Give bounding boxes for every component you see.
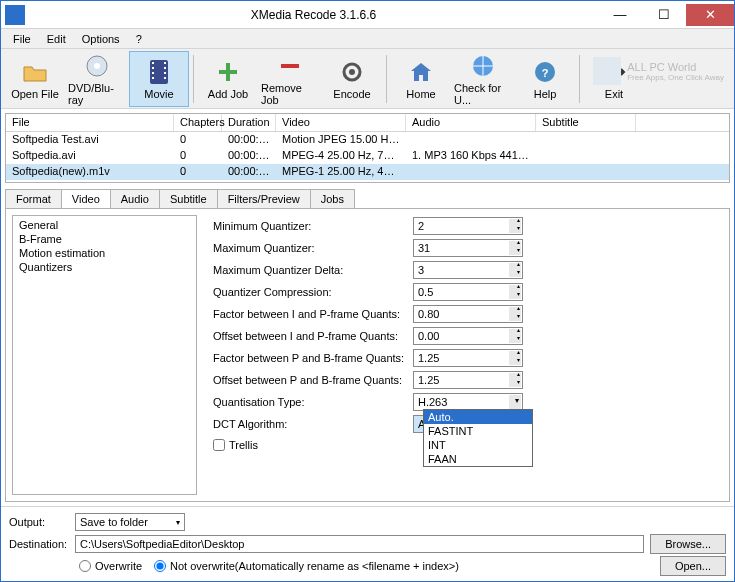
trellis-label: Trellis xyxy=(229,439,258,451)
label-quantizer-compression: Quantizer Compression: xyxy=(213,286,413,298)
dropdown-item[interactable]: FAAN xyxy=(424,452,532,466)
offset-pb-input[interactable]: 1.25 xyxy=(413,371,523,389)
menu-edit[interactable]: Edit xyxy=(39,31,74,47)
label-max-quantizer-delta: Maximum Quantizer Delta: xyxy=(213,264,413,276)
home-icon xyxy=(407,58,435,86)
maximize-button[interactable]: ☐ xyxy=(642,4,686,26)
tabs: Format Video Audio Subtitle Filters/Prev… xyxy=(5,189,730,208)
factor-ip-input[interactable]: 0.80 xyxy=(413,305,523,323)
titlebar: XMedia Recode 3.1.6.6 — ☐ ✕ xyxy=(1,1,734,29)
tab-audio[interactable]: Audio xyxy=(110,189,160,208)
app-icon xyxy=(5,5,25,25)
col-file[interactable]: File xyxy=(6,114,174,131)
col-audio[interactable]: Audio xyxy=(406,114,536,131)
dct-dropdown-list[interactable]: Auto. FASTINT INT FAAN xyxy=(423,409,533,467)
menubar: File Edit Options ? xyxy=(1,29,734,49)
destination-label: Destination: xyxy=(9,538,69,550)
close-button[interactable]: ✕ xyxy=(686,4,734,26)
minus-icon xyxy=(276,52,304,80)
side-general[interactable]: General xyxy=(13,218,196,232)
side-motion[interactable]: Motion estimation xyxy=(13,246,196,260)
svg-point-1 xyxy=(94,63,100,69)
quantizer-compression-input[interactable]: 0.5 xyxy=(413,283,523,301)
plus-icon xyxy=(214,58,242,86)
label-min-quantizer: Minimum Quantizer: xyxy=(213,220,413,232)
max-quantizer-delta-input[interactable]: 3 xyxy=(413,261,523,279)
label-max-quantizer: Maximum Quantizer: xyxy=(213,242,413,254)
menu-help[interactable]: ? xyxy=(128,31,150,47)
not-overwrite-radio[interactable] xyxy=(154,560,166,572)
gear-icon xyxy=(338,58,366,86)
svg-rect-5 xyxy=(152,72,154,74)
file-list-header: File Chapters Duration Video Audio Subti… xyxy=(6,114,729,132)
trellis-checkbox[interactable] xyxy=(213,439,225,451)
svg-rect-8 xyxy=(164,67,166,69)
label-quantisation-type: Quantisation Type: xyxy=(213,396,413,408)
browse-button[interactable]: Browse... xyxy=(650,534,726,554)
globe-icon xyxy=(469,52,497,80)
factor-pb-input[interactable]: 1.25 xyxy=(413,349,523,367)
help-button[interactable]: ?Help xyxy=(515,51,575,107)
col-subtitle[interactable]: Subtitle xyxy=(536,114,636,131)
overwrite-radio[interactable] xyxy=(79,560,91,572)
svg-rect-9 xyxy=(164,72,166,74)
offset-ip-input[interactable]: 0.00 xyxy=(413,327,523,345)
minimize-button[interactable]: — xyxy=(598,4,642,26)
label-offset-ip: Offset between I and P-frame Quants: xyxy=(213,330,413,342)
tab-subtitle[interactable]: Subtitle xyxy=(159,189,218,208)
svg-point-13 xyxy=(349,69,355,75)
file-row[interactable]: Softpedia(new).m1v000:00:00MPEG-1 25.00 … xyxy=(6,164,729,180)
tab-format[interactable]: Format xyxy=(5,189,62,208)
dropdown-item[interactable]: INT xyxy=(424,438,532,452)
side-quantizers[interactable]: Quantizers xyxy=(13,260,196,274)
file-list[interactable]: File Chapters Duration Video Audio Subti… xyxy=(5,113,730,183)
label-factor-pb: Factor between P and B-frame Quants: xyxy=(213,352,413,364)
min-quantizer-input[interactable]: 2 xyxy=(413,217,523,235)
svg-rect-6 xyxy=(152,77,154,79)
menu-file[interactable]: File xyxy=(5,31,39,47)
home-button[interactable]: Home xyxy=(391,51,451,107)
add-job-button[interactable]: Add Job xyxy=(198,51,258,107)
watermark-icon xyxy=(593,57,621,85)
max-quantizer-input[interactable]: 31 xyxy=(413,239,523,257)
svg-rect-3 xyxy=(152,62,154,64)
remove-job-button[interactable]: Remove Job xyxy=(260,51,320,107)
category-list[interactable]: General B-Frame Motion estimation Quanti… xyxy=(12,215,197,495)
file-row[interactable]: Softpedia.avi000:00:25MPEG-4 25.00 Hz, 7… xyxy=(6,148,729,164)
check-update-button[interactable]: Check for U... xyxy=(453,51,513,107)
svg-rect-10 xyxy=(164,77,166,79)
bottom-panel: Output: Save to folder Destination: C:\U… xyxy=(1,506,734,581)
tab-content: General B-Frame Motion estimation Quanti… xyxy=(5,208,730,502)
help-icon: ? xyxy=(531,58,559,86)
svg-rect-4 xyxy=(152,67,154,69)
tab-filters[interactable]: Filters/Preview xyxy=(217,189,311,208)
label-dct-algorithm: DCT Algorithm: xyxy=(213,418,413,430)
destination-input[interactable]: C:\Users\SoftpediaEditor\Desktop xyxy=(75,535,644,553)
label-factor-ip: Factor between I and P-frame Quants: xyxy=(213,308,413,320)
svg-rect-11 xyxy=(281,64,299,68)
label-offset-pb: Offset between P and B-frame Quants: xyxy=(213,374,413,386)
window-title: XMedia Recode 3.1.6.6 xyxy=(29,8,598,22)
dropdown-item[interactable]: FASTINT xyxy=(424,424,532,438)
output-label: Output: xyxy=(9,516,69,528)
open-button[interactable]: Open... xyxy=(660,556,726,576)
encode-button[interactable]: Encode xyxy=(322,51,382,107)
tab-video[interactable]: Video xyxy=(61,189,111,208)
open-file-button[interactable]: Open File xyxy=(5,51,65,107)
movie-button[interactable]: Movie xyxy=(129,51,189,107)
file-row[interactable]: Softpedia Test.avi000:00:09Motion JPEG 1… xyxy=(6,132,729,148)
dropdown-item[interactable]: Auto. xyxy=(424,410,532,424)
film-icon xyxy=(145,58,173,86)
output-mode-select[interactable]: Save to folder xyxy=(75,513,185,531)
svg-rect-7 xyxy=(164,62,166,64)
col-duration[interactable]: Duration xyxy=(222,114,276,131)
menu-options[interactable]: Options xyxy=(74,31,128,47)
dvd-button[interactable]: DVD/Blu-ray xyxy=(67,51,127,107)
col-video[interactable]: Video xyxy=(276,114,406,131)
svg-text:?: ? xyxy=(542,67,549,79)
toolbar: Open File DVD/Blu-ray Movie Add Job Remo… xyxy=(1,49,734,109)
folder-open-icon xyxy=(21,58,49,86)
tab-jobs[interactable]: Jobs xyxy=(310,189,355,208)
col-chapters[interactable]: Chapters xyxy=(174,114,222,131)
side-bframe[interactable]: B-Frame xyxy=(13,232,196,246)
